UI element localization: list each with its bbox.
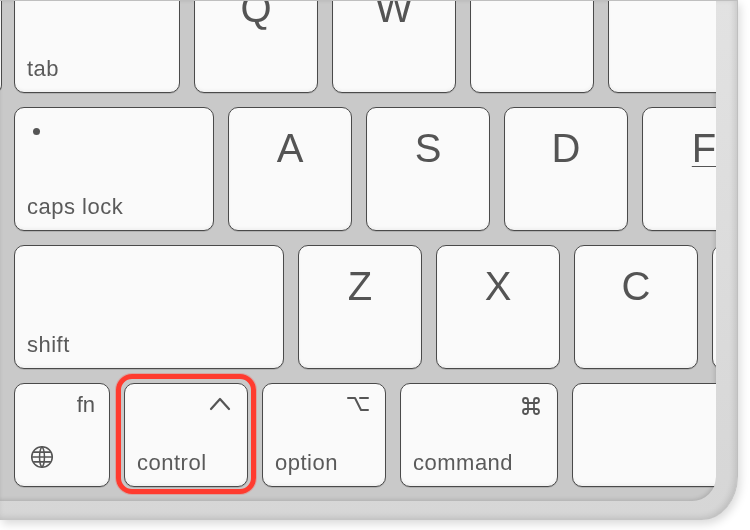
key-label: X <box>485 264 512 309</box>
key-label: tab <box>27 56 59 82</box>
key-label: C <box>622 264 651 309</box>
key-label: shift <box>27 332 70 358</box>
key-sliver-2[interactable] <box>608 1 716 93</box>
control-symbol-icon <box>207 394 233 418</box>
key-edge-top[interactable] <box>0 1 2 93</box>
key-z[interactable]: Z <box>298 245 422 369</box>
key-label: A <box>277 126 304 171</box>
key-label: D <box>552 126 581 171</box>
key-label: Q <box>240 1 271 31</box>
key-label: S <box>415 126 442 171</box>
key-label: fn <box>77 392 95 418</box>
key-a[interactable]: A <box>228 107 352 231</box>
key-tab[interactable]: tab <box>14 1 180 93</box>
key-q[interactable]: Q <box>194 1 318 93</box>
key-f[interactable]: F <box>642 107 716 231</box>
key-sliver-1[interactable] <box>470 1 594 93</box>
key-label: F <box>692 126 716 171</box>
capslock-led-icon <box>33 128 40 135</box>
key-x[interactable]: X <box>436 245 560 369</box>
key-s[interactable]: S <box>366 107 490 231</box>
key-fn[interactable]: fn <box>14 383 110 487</box>
key-shift[interactable]: shift <box>14 245 284 369</box>
key-label: control <box>137 450 207 476</box>
key-c[interactable]: C <box>574 245 698 369</box>
option-symbol-icon <box>345 394 371 418</box>
key-label: command <box>413 450 513 476</box>
key-d[interactable]: D <box>504 107 628 231</box>
key-label: Z <box>348 264 372 309</box>
command-symbol-icon <box>519 394 543 422</box>
globe-icon <box>29 444 55 474</box>
key-command[interactable]: command <box>400 383 558 487</box>
key-option[interactable]: option <box>262 383 386 487</box>
key-v[interactable]: V <box>712 245 716 369</box>
key-label: caps lock <box>27 194 123 220</box>
key-label: W <box>375 1 413 31</box>
key-control[interactable]: control <box>124 383 248 487</box>
key-w[interactable]: W <box>332 1 456 93</box>
keyboard-frame: tab Q W caps lock A S D F shift <box>0 0 738 520</box>
key-space[interactable] <box>572 383 716 487</box>
key-capslock[interactable]: caps lock <box>14 107 214 231</box>
keyboard-deck: tab Q W caps lock A S D F shift <box>0 1 716 501</box>
key-label: option <box>275 450 338 476</box>
